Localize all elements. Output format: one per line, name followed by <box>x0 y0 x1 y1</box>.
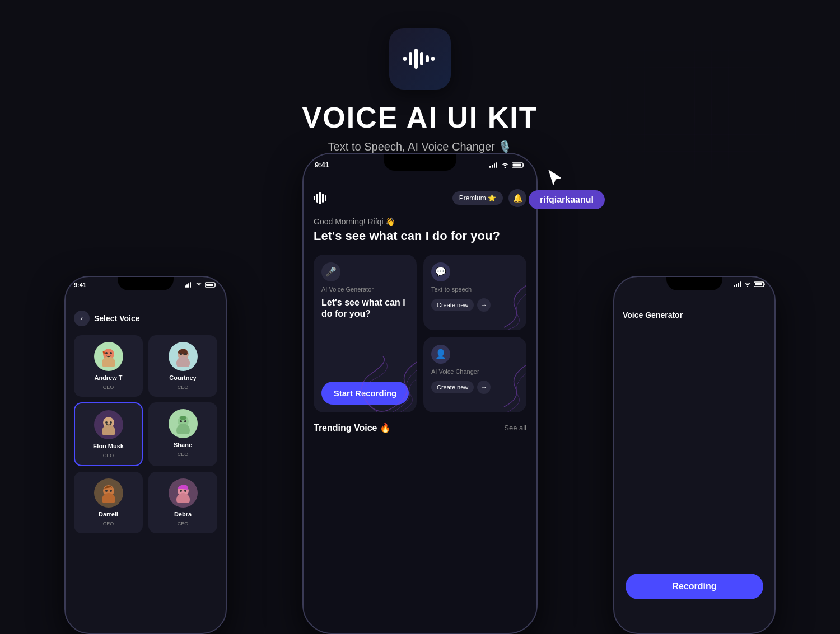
avatar-debra-img <box>173 483 193 503</box>
svg-rect-6 <box>426 55 429 62</box>
ai-voice-changer-card[interactable]: 👤 AI Voice Changer Create new → <box>423 337 526 412</box>
svg-rect-8 <box>185 285 186 288</box>
wifi-icon-left <box>195 282 202 288</box>
left-phone-content: ‹ Select Voice <box>66 305 226 633</box>
card-wave-bg-tts <box>459 274 526 330</box>
voice-gen-icon: 🎤 <box>321 262 340 281</box>
svg-point-17 <box>110 352 112 354</box>
recording-button[interactable]: Recording <box>626 574 763 599</box>
phone-center: 9:41 <box>302 153 538 634</box>
waveform-bar-2 <box>316 194 318 203</box>
voice-card-darrell[interactable]: Darrell CEO <box>74 472 143 533</box>
text-to-speech-card[interactable]: 💬 Text-to-speech Create new → <box>423 255 526 330</box>
header: VOICE AI UI KIT Text to Speech, AI Voice… <box>0 28 840 153</box>
greeting-text: Good Morning! Rifqi 👋 <box>314 217 526 226</box>
voice-name-andrew: Andrew T <box>94 374 122 381</box>
svg-rect-46 <box>513 163 521 166</box>
svg-point-39 <box>184 490 186 492</box>
bell-button[interactable]: 🔔 <box>508 189 526 207</box>
right-phone-content: Voice Generator Recording <box>614 305 774 633</box>
avatar-debra <box>169 478 198 508</box>
svg-point-44 <box>505 166 506 167</box>
voice-card-andrew[interactable]: Andrew T CEO <box>74 335 143 397</box>
voice-name-courtney: Courtney <box>169 374 196 381</box>
voice-role-debra: CEO <box>178 521 189 527</box>
ai-voice-generator-card[interactable]: 🎤 AI Voice Generator Let's see what can … <box>314 255 417 412</box>
svg-rect-11 <box>190 282 191 288</box>
battery-icon-left <box>205 282 217 288</box>
changer-icon: 👤 <box>431 345 450 364</box>
top-bar-right: Premium ⭐ 🔔 <box>452 189 526 207</box>
svg-rect-41 <box>492 165 493 168</box>
see-all-link[interactable]: See all <box>504 424 526 432</box>
svg-rect-13 <box>206 284 213 286</box>
trending-title: Trending Voice 🔥 <box>314 422 391 433</box>
voice-name-darrell: Darrell <box>99 511 118 518</box>
svg-point-30 <box>184 420 186 422</box>
waveform-bar-3 <box>319 192 321 204</box>
svg-rect-53 <box>755 283 762 285</box>
left-header: ‹ Select Voice <box>71 311 220 326</box>
avatar-darrell-img <box>99 483 119 503</box>
svg-point-31 <box>180 416 186 420</box>
svg-rect-50 <box>740 281 741 287</box>
status-icons-right <box>734 281 766 287</box>
waveform-logo-icon <box>403 48 437 70</box>
waveform-bar-5 <box>325 195 326 201</box>
wifi-icon-right <box>744 281 751 287</box>
voice-name-debra: Debra <box>174 511 192 518</box>
voice-role-darrell: CEO <box>103 521 114 527</box>
svg-point-15 <box>102 356 115 367</box>
back-button[interactable]: ‹ <box>74 311 90 326</box>
svg-point-22 <box>184 353 186 355</box>
status-bar-right <box>623 281 766 287</box>
status-icons-left <box>185 282 217 288</box>
right-section-title: Voice Generator <box>623 311 766 320</box>
voice-card-shane[interactable]: Shane CEO <box>148 402 217 466</box>
avatar-elon-img <box>99 415 119 435</box>
username-badge: rifqiarkaanul <box>529 190 605 209</box>
voice-role-courtney: CEO <box>178 384 189 390</box>
avatar-courtney <box>169 342 198 371</box>
waveform-bar-1 <box>314 196 315 200</box>
svg-rect-3 <box>409 52 412 65</box>
voice-card-elon[interactable]: Elon Musk CEO <box>74 402 143 466</box>
premium-badge[interactable]: Premium ⭐ <box>452 191 503 205</box>
cursor-icon <box>545 168 566 188</box>
voice-role-shane: CEO <box>178 452 189 457</box>
trending-section: Trending Voice 🔥 See all <box>314 422 526 433</box>
voice-gen-text: Let's see what can I do for you? <box>321 297 409 321</box>
phone-left: 9:41 <box>64 276 227 634</box>
svg-point-37 <box>176 493 190 503</box>
waveform-bar-4 <box>322 194 324 203</box>
svg-rect-4 <box>414 49 418 69</box>
voice-card-courtney[interactable]: Courtney CEO <box>148 335 217 397</box>
svg-point-33 <box>102 493 115 503</box>
svg-point-29 <box>180 420 182 422</box>
voice-name-elon: Elon Musk <box>93 443 124 449</box>
voice-card-debra[interactable]: Debra CEO <box>148 472 217 533</box>
card-wave-bg-changer <box>459 356 526 412</box>
premium-label: Premium ⭐ <box>459 194 496 202</box>
svg-point-38 <box>180 490 182 492</box>
wifi-icon-center <box>501 162 509 168</box>
svg-rect-47 <box>734 285 735 287</box>
signal-icon-center <box>489 162 498 168</box>
recording-label: Recording <box>672 581 716 591</box>
svg-rect-49 <box>738 283 739 287</box>
tts-icon: 💬 <box>431 262 450 281</box>
left-section-title: Select Voice <box>94 314 139 323</box>
svg-point-28 <box>176 424 190 434</box>
status-bar-center: 9:41 <box>315 161 525 169</box>
svg-point-34 <box>105 490 108 492</box>
svg-rect-7 <box>431 57 435 61</box>
voice-grid: Andrew T CEO Courtney <box>71 335 220 533</box>
time-center: 9:41 <box>315 161 329 169</box>
svg-rect-40 <box>489 166 491 168</box>
avatar-andrew-img <box>99 346 119 367</box>
time-left: 9:41 <box>74 281 86 288</box>
voice-name-shane: Shane <box>174 442 192 448</box>
avatar-courtney-img <box>173 346 193 367</box>
avatar-andrew <box>94 342 123 371</box>
svg-rect-48 <box>736 284 737 287</box>
